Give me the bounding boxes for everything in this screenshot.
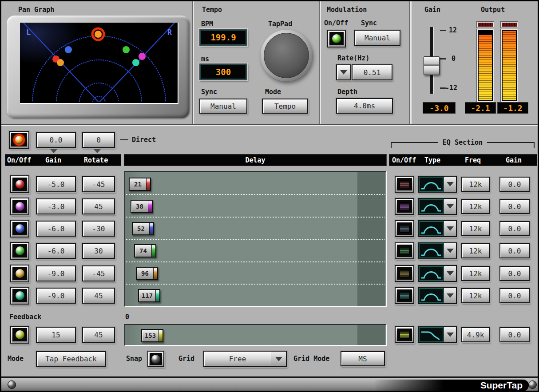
eq3-type-dropdown[interactable] — [418, 220, 457, 237]
eq1-freq-button[interactable]: 12k — [461, 177, 490, 192]
eq2-onoff-button[interactable] — [395, 198, 414, 215]
divider — [192, 1, 194, 124]
header-rotate: Rotate — [84, 156, 108, 164]
eq1-type-dropdown[interactable] — [418, 176, 457, 193]
tap6-rotate-button[interactable]: 45 — [82, 288, 115, 304]
eq-led-icon — [400, 331, 409, 339]
divider — [319, 1, 321, 124]
supertap-plugin-window: Pan Graph L R — [0, 0, 539, 392]
pan-dot-tap-5 — [57, 59, 64, 66]
depth-button[interactable]: 4.0ms — [336, 98, 393, 114]
eq5-onoff-button[interactable] — [395, 265, 414, 282]
bpm-label: BPM — [201, 20, 213, 28]
snap-label: Snap — [126, 355, 142, 363]
tap1-rotate-button[interactable]: -45 — [82, 176, 115, 192]
mod-onoff-button[interactable] — [327, 30, 346, 48]
tap3-gain-button[interactable]: -6.0 — [36, 221, 76, 237]
feedback-gain-button[interactable]: 15 — [36, 327, 76, 343]
eq4-gain-button[interactable]: 0.0 — [499, 243, 530, 258]
direct-rotate-button[interactable]: 0 — [82, 132, 115, 148]
rate-value-button[interactable]: 0.51 — [352, 64, 392, 80]
output-left-value: -2.1 — [465, 102, 496, 114]
bpm-display[interactable]: 199.9 — [199, 29, 247, 46]
eq6-type-dropdown[interactable] — [418, 287, 457, 304]
tempo-mode-button[interactable]: Tempo — [262, 99, 308, 114]
eq3-gain-button[interactable]: 0.0 — [499, 221, 530, 236]
tap6-onoff-button[interactable] — [10, 287, 29, 305]
tempo-sync-button[interactable]: Manual — [199, 99, 247, 114]
eq6-onoff-button[interactable] — [395, 287, 414, 304]
eq5-freq-button[interactable]: 12k — [461, 266, 490, 281]
eq3-onoff-button[interactable] — [395, 220, 414, 237]
mode-button[interactable]: Tap Feedback — [36, 351, 106, 367]
eq1-gain-button[interactable]: 0.0 — [499, 177, 530, 192]
eq-feedback-gain-button[interactable]: 0.0 — [499, 327, 530, 342]
delay-handle-feedback[interactable]: 153 — [141, 329, 163, 342]
tap1-onoff-button[interactable] — [10, 175, 29, 193]
tappad-knob[interactable] — [261, 30, 312, 81]
eq3-freq-button[interactable]: 12k — [461, 221, 490, 236]
clip-indicator-left[interactable] — [476, 21, 494, 28]
tap4-onoff-button[interactable] — [10, 242, 29, 260]
mod-sync-button[interactable]: Manual — [354, 30, 400, 46]
mod-onoff-label: On/Off — [324, 19, 348, 27]
pan-dot-tap-3 — [65, 46, 72, 53]
tap5-gain-button[interactable]: -9.0 — [36, 265, 76, 281]
eq4-type-dropdown[interactable] — [418, 242, 457, 259]
tap4-rotate-button[interactable]: 30 — [82, 243, 115, 259]
eq4-freq-button[interactable]: 12k — [461, 243, 490, 258]
eq-feedback-freq-button[interactable]: 4.9k — [461, 327, 490, 342]
tap2-gain-button[interactable]: -3.0 — [36, 198, 76, 214]
rate-dropdown-arrow[interactable] — [336, 64, 351, 80]
direct-onoff-button[interactable] — [9, 131, 29, 149]
waves-logo-icon — [528, 380, 537, 389]
column-marker-icon — [50, 149, 57, 153]
tap2-onoff-button[interactable] — [10, 198, 29, 215]
tap-row-1: -5.0 -45 12k 0.0 — [1, 175, 539, 194]
rate-label: Rate(Hz) — [337, 54, 369, 62]
eq2-freq-button[interactable]: 12k — [461, 199, 490, 214]
tap2-rotate-button[interactable]: 45 — [82, 198, 115, 214]
tap3-rotate-button[interactable]: -30 — [82, 221, 115, 237]
grid-dropdown[interactable]: Free — [203, 351, 287, 367]
divider — [1, 124, 539, 126]
tap4-gain-button[interactable]: -6.0 — [36, 243, 76, 259]
feedback-track-panel[interactable]: 153 — [124, 324, 387, 346]
tempo-mode-label: Mode — [265, 88, 281, 96]
feedback-label: Feedback — [9, 313, 41, 321]
direct-gain-button[interactable]: 0.0 — [36, 132, 76, 148]
tap5-rotate-button[interactable]: -45 — [82, 265, 115, 281]
gain-fader-handle[interactable] — [424, 56, 440, 75]
eq2-gain-button[interactable]: 0.0 — [499, 199, 530, 214]
snap-button[interactable] — [147, 351, 164, 367]
pan-graph-display[interactable]: L R — [20, 23, 178, 104]
ms-display[interactable]: 300 — [199, 63, 247, 80]
tap5-onoff-button[interactable] — [10, 265, 29, 282]
eq4-onoff-button[interactable] — [395, 242, 414, 259]
eq-feedback-type-dropdown[interactable] — [418, 326, 457, 343]
tick-label: 0 — [452, 55, 456, 63]
feedback-zero-label: 0 — [125, 313, 129, 321]
feedback-onoff-button[interactable] — [10, 326, 29, 344]
output-meter-left — [476, 29, 494, 103]
chevron-down-icon — [444, 327, 456, 342]
grid-mode-button[interactable]: MS — [341, 351, 385, 366]
eq-feedback-onoff-button[interactable] — [395, 326, 414, 343]
clip-indicator-right[interactable] — [500, 21, 518, 28]
eq2-type-dropdown[interactable] — [418, 198, 457, 215]
tap3-onoff-button[interactable] — [10, 220, 29, 238]
header-onoff: On/Off — [7, 156, 31, 164]
eq6-freq-button[interactable]: 12k — [461, 288, 490, 303]
eq5-type-dropdown[interactable] — [418, 265, 457, 282]
eq5-gain-button[interactable]: 0.0 — [499, 266, 530, 281]
chevron-down-icon — [444, 288, 456, 303]
delay-header: Delay — [124, 154, 387, 166]
eq6-gain-button[interactable]: 0.0 — [499, 288, 530, 303]
tappad-label: TapPad — [268, 20, 292, 28]
feedback-rotate-button[interactable]: 45 — [82, 327, 115, 343]
tap1-gain-button[interactable]: -5.0 — [36, 176, 76, 192]
eq1-onoff-button[interactable] — [395, 176, 414, 193]
tick — [440, 58, 446, 59]
tap6-gain-button[interactable]: -9.0 — [36, 288, 76, 304]
depth-label: Depth — [337, 88, 357, 96]
